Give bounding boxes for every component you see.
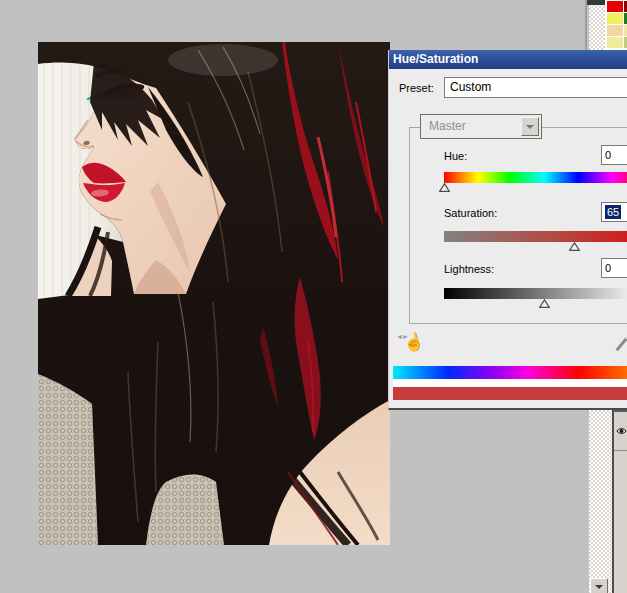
dialog-title: Hue/Saturation xyxy=(393,52,478,66)
lightness-input[interactable]: 0 xyxy=(601,258,627,278)
hue-value: 0 xyxy=(605,149,611,161)
spectrum-bar-gap xyxy=(393,379,627,387)
hue-input[interactable]: 0 xyxy=(601,145,627,165)
lightness-value: 0 xyxy=(605,262,611,274)
channel-value: Master xyxy=(429,119,466,133)
hue-label: Hue: xyxy=(444,150,467,162)
lightness-label: Lightness: xyxy=(444,263,494,275)
spectrum-bar-result xyxy=(393,387,627,400)
swatch-yellow[interactable] xyxy=(607,13,623,24)
window-edge-divider xyxy=(585,0,587,50)
layer-visibility-cell[interactable] xyxy=(614,412,627,451)
saturation-slider-marker[interactable] xyxy=(569,242,580,251)
lightness-slider-marker[interactable] xyxy=(539,299,550,308)
chevron-down-icon xyxy=(526,125,534,129)
swatch-peach[interactable] xyxy=(607,25,623,36)
preset-label: Preset: xyxy=(399,82,434,94)
down-arrow-icon xyxy=(595,585,603,589)
canvas-photo[interactable] xyxy=(38,42,390,545)
pointing-hand-icon: ☝ xyxy=(401,330,426,355)
photoshop-workspace: Hue/Saturation Preset: Custom Master Hue… xyxy=(0,0,627,593)
swatches-panel-fragment xyxy=(605,0,627,50)
saturation-label: Saturation: xyxy=(444,207,497,219)
dialog-title-bar[interactable]: Hue/Saturation xyxy=(389,50,627,69)
lightness-slider-track[interactable] xyxy=(444,288,627,299)
channel-dropdown-button[interactable] xyxy=(521,117,539,136)
layers-panel-fragment xyxy=(612,410,627,593)
hue-slider-marker[interactable] xyxy=(439,183,450,192)
swatch-red[interactable] xyxy=(607,1,623,12)
hue-slider-track[interactable] xyxy=(444,172,627,183)
scrollbar-down-button[interactable] xyxy=(590,578,608,593)
targeted-adjustment-button[interactable]: ◄► ☝ xyxy=(397,332,423,356)
preset-combobox[interactable]: Custom xyxy=(444,77,627,98)
eyedropper-icon[interactable] xyxy=(616,338,627,351)
saturation-input[interactable]: 65 xyxy=(601,202,627,222)
saturation-value: 65 xyxy=(605,205,621,219)
saturation-slider-track[interactable] xyxy=(444,231,627,242)
photo-illustration xyxy=(38,42,390,545)
swatch-light-yellow[interactable] xyxy=(607,37,623,48)
eye-icon xyxy=(616,426,627,436)
hue-saturation-dialog: Hue/Saturation Preset: Custom Master Hue… xyxy=(388,50,627,410)
channel-combobox[interactable]: Master xyxy=(420,114,542,139)
spectrum-bar-original xyxy=(393,366,627,379)
preset-value: Custom xyxy=(450,80,491,94)
